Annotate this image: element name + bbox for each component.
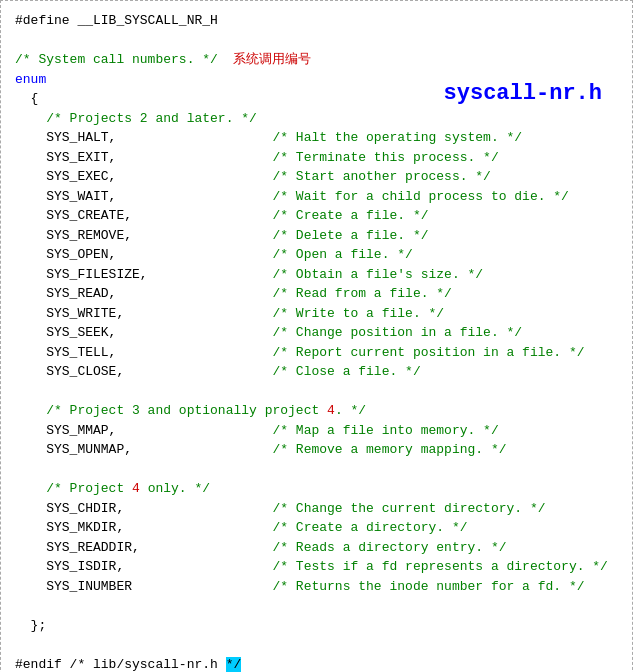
line-23: SYS_MUNMAP, /* Remove a memory mapping. …: [15, 440, 618, 460]
line-26: SYS_CHDIR, /* Change the current directo…: [15, 499, 618, 519]
code-container: syscall-nr.h #define __LIB_SYSCALL_NR_H …: [0, 0, 633, 672]
line-31: [15, 596, 618, 616]
line-27: SYS_MKDIR, /* Create a directory. */: [15, 518, 618, 538]
line-22: SYS_MMAP, /* Map a file into memory. */: [15, 421, 618, 441]
line-15: SYS_READ, /* Read from a file. */: [15, 284, 618, 304]
line-18: SYS_TELL, /* Report current position in …: [15, 343, 618, 363]
line-16: SYS_WRITE, /* Write to a file. */: [15, 304, 618, 324]
line-7: SYS_HALT, /* Halt the operating system. …: [15, 128, 618, 148]
line-2: [15, 31, 618, 51]
line-21: /* Project 3 and optionally project 4. *…: [15, 401, 618, 421]
title: syscall-nr.h: [444, 77, 602, 110]
line-28: SYS_READDIR, /* Reads a directory entry.…: [15, 538, 618, 558]
line-24: [15, 460, 618, 480]
line-8: SYS_EXIT, /* Terminate this process. */: [15, 148, 618, 168]
line-10: SYS_WAIT, /* Wait for a child process to…: [15, 187, 618, 207]
line-33: [15, 635, 618, 655]
line-19: SYS_CLOSE, /* Close a file. */: [15, 362, 618, 382]
line-30: SYS_INUMBER /* Returns the inode number …: [15, 577, 618, 597]
line-1: #define __LIB_SYSCALL_NR_H: [15, 11, 618, 31]
line-14: SYS_FILESIZE, /* Obtain a file's size. *…: [15, 265, 618, 285]
line-17: SYS_SEEK, /* Change position in a file. …: [15, 323, 618, 343]
line-3: /* System call numbers. */ 系统调用编号: [15, 50, 618, 70]
line-9: SYS_EXEC, /* Start another process. */: [15, 167, 618, 187]
line-32: };: [15, 616, 618, 636]
line-29: SYS_ISDIR, /* Tests if a fd represents a…: [15, 557, 618, 577]
line-12: SYS_REMOVE, /* Delete a file. */: [15, 226, 618, 246]
line-20: [15, 382, 618, 402]
line-34: #endif /* lib/syscall-nr.h */: [15, 655, 618, 673]
line-6: /* Projects 2 and later. */: [15, 109, 618, 129]
line-11: SYS_CREATE, /* Create a file. */: [15, 206, 618, 226]
line-25: /* Project 4 only. */: [15, 479, 618, 499]
line-13: SYS_OPEN, /* Open a file. */: [15, 245, 618, 265]
